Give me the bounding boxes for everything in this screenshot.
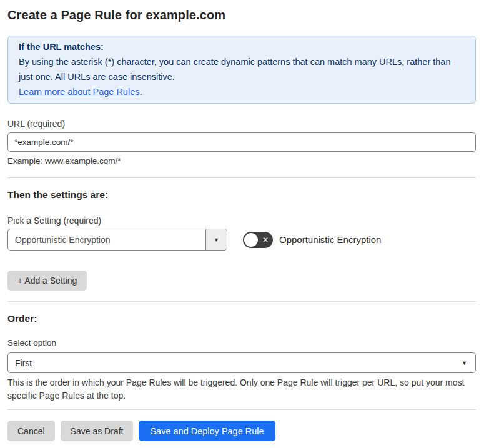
- divider: [7, 301, 476, 302]
- save-draft-button[interactable]: Save as Draft: [61, 421, 134, 441]
- learn-more-link[interactable]: Learn more about Page Rules: [19, 87, 139, 97]
- toggle-knob: [244, 233, 258, 247]
- setting-row: Opportunistic Encryption ▼ ✕ Opportunist…: [7, 229, 476, 251]
- url-example-helper: Example: www.example.com/*: [7, 156, 476, 167]
- cancel-button[interactable]: Cancel: [7, 421, 55, 441]
- link-suffix: .: [139, 87, 142, 97]
- add-setting-button[interactable]: + Add a Setting: [7, 271, 87, 291]
- toggle-off-x-icon: ✕: [262, 236, 269, 243]
- setting-dropdown-value: Opportunistic Encryption: [8, 229, 205, 250]
- order-select-value: First: [15, 358, 32, 368]
- create-page-rule-form: Create a Page Rule for example.com If th…: [0, 0, 484, 448]
- order-section-heading: Order:: [7, 312, 476, 324]
- url-field-label: URL (required): [7, 118, 476, 129]
- order-select[interactable]: First ▼: [7, 352, 476, 373]
- setting-dropdown-button[interactable]: ▼: [205, 229, 227, 250]
- order-helper-text: This is the order in which your Page Rul…: [7, 376, 473, 402]
- pick-setting-label: Pick a Setting (required): [7, 215, 476, 226]
- info-box-link-line: Learn more about Page Rules.: [19, 84, 465, 99]
- settings-section-heading: Then the settings are:: [7, 189, 476, 201]
- select-option-label: Select option: [7, 337, 476, 349]
- chevron-down-icon: ▼: [214, 237, 219, 243]
- form-actions: Cancel Save as Draft Save and Deploy Pag…: [7, 421, 476, 441]
- toggle-label: Opportunistic Encryption: [279, 234, 381, 245]
- divider: [7, 177, 476, 178]
- opportunistic-encryption-toggle[interactable]: ✕: [243, 232, 273, 248]
- chevron-down-icon: ▼: [462, 360, 467, 366]
- page-title: Create a Page Rule for example.com: [7, 7, 476, 22]
- info-box-body: By using the asterisk (*) character, you…: [19, 54, 465, 84]
- save-deploy-button[interactable]: Save and Deploy Page Rule: [139, 421, 275, 441]
- divider: [7, 409, 476, 410]
- info-box-heading: If the URL matches:: [19, 39, 465, 54]
- url-matches-info-box: If the URL matches: By using the asteris…: [7, 36, 476, 104]
- setting-dropdown[interactable]: Opportunistic Encryption ▼: [7, 229, 227, 251]
- url-input[interactable]: [7, 132, 476, 152]
